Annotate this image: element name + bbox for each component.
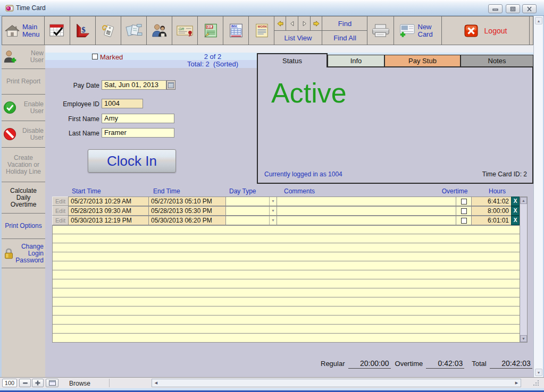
minimize-button[interactable] bbox=[488, 4, 503, 13]
delete-row-button[interactable]: X bbox=[511, 206, 520, 216]
record-position: 2 of 2 bbox=[168, 53, 258, 61]
schedule-calendar-button[interactable] bbox=[45, 16, 70, 45]
scroll-up-icon[interactable]: ▲ bbox=[520, 197, 527, 204]
gift-certificate-button[interactable]: Gift bbox=[172, 16, 198, 45]
scroll-down-icon[interactable]: ▼ bbox=[535, 369, 542, 376]
day-type-dropdown[interactable]: ▼ bbox=[225, 197, 277, 206]
overtime-value: 0:42:03 bbox=[426, 359, 464, 369]
tab-pay-stub[interactable]: Pay Stub bbox=[384, 55, 461, 67]
empty-table-row bbox=[52, 279, 520, 288]
invoice-icon: INV. bbox=[228, 23, 244, 38]
list-view-button[interactable]: List View bbox=[274, 31, 322, 45]
end-time-cell[interactable]: 05/27/2013 05:10 PM bbox=[148, 197, 226, 206]
estimates-button[interactable] bbox=[121, 16, 147, 45]
overtime-checkbox[interactable] bbox=[461, 199, 467, 204]
marked-checkbox[interactable] bbox=[92, 54, 98, 59]
end-time-cell[interactable]: 05/28/2013 05:30 PM bbox=[148, 206, 226, 216]
table-scrollbar[interactable]: ▲ ▼ bbox=[520, 197, 528, 343]
layout-mode-button[interactable] bbox=[46, 379, 58, 387]
scroll-up-icon[interactable]: ▲ bbox=[535, 17, 542, 24]
next-record-button[interactable] bbox=[299, 16, 311, 30]
edit-row-button[interactable]: Edit bbox=[52, 206, 69, 216]
new-card-button[interactable]: New Card bbox=[394, 16, 442, 45]
tab-panel: Status Info Pay Stub Notes Active Curren… bbox=[257, 53, 533, 184]
start-time-cell[interactable]: 05/28/2013 09:30 AM bbox=[68, 206, 149, 216]
start-time-cell[interactable]: 05/30/2013 12:19 PM bbox=[68, 216, 149, 225]
comments-cell[interactable] bbox=[277, 206, 456, 216]
logout-button[interactable]: Logout bbox=[442, 16, 530, 45]
enable-user-button[interactable]: Enable User bbox=[2, 95, 45, 121]
edit-row-button[interactable]: Edit bbox=[52, 216, 69, 225]
invoice-button[interactable]: INV. bbox=[223, 16, 249, 45]
find-label: Find bbox=[338, 20, 351, 28]
print-report-button[interactable]: Print Report bbox=[2, 69, 45, 95]
scroll-down-icon[interactable]: ▼ bbox=[520, 335, 527, 342]
find-button[interactable]: Find bbox=[322, 16, 367, 30]
first-name-field[interactable]: Amy bbox=[102, 114, 174, 123]
dropdown-arrow-icon: ▼ bbox=[269, 197, 277, 206]
customers-button[interactable] bbox=[147, 16, 172, 45]
new-user-button[interactable]: New User bbox=[2, 45, 45, 69]
delete-row-button[interactable]: X bbox=[511, 216, 520, 225]
restore-button[interactable] bbox=[506, 4, 520, 13]
sidebar-filler bbox=[2, 268, 45, 377]
last-record-button[interactable] bbox=[311, 16, 322, 30]
price-tag-button[interactable] bbox=[96, 16, 121, 45]
purchase-order-button[interactable]: P.O.# bbox=[198, 16, 223, 45]
comments-cell[interactable] bbox=[277, 197, 456, 206]
calculate-overtime-label: Calculate Daily Overtime bbox=[3, 188, 44, 208]
delete-row-button[interactable]: X bbox=[511, 197, 520, 206]
calculate-overtime-button[interactable]: Calculate Daily Overtime bbox=[2, 182, 45, 214]
zoom-level-box[interactable]: 100 bbox=[2, 379, 17, 387]
tab-notes[interactable]: Notes bbox=[461, 55, 533, 67]
end-time-cell[interactable]: 05/30/2013 06:20 PM bbox=[148, 216, 226, 225]
zoom-out-button[interactable] bbox=[19, 379, 31, 387]
window-vertical-scrollbar[interactable]: ▲ ▼ bbox=[533, 16, 543, 377]
tab-status[interactable]: Status bbox=[257, 53, 328, 67]
window-horizontal-scrollbar[interactable]: ◀ ▶ bbox=[152, 379, 521, 387]
time-card-id-text: Time Card ID: 2 bbox=[482, 171, 527, 178]
scroll-right-icon[interactable]: ▶ bbox=[513, 379, 520, 387]
create-vacation-button[interactable]: Create Vacation or Holiday Line bbox=[2, 148, 45, 182]
calendar-picker-button[interactable] bbox=[166, 80, 175, 90]
clock-in-button[interactable]: Clock In bbox=[88, 149, 176, 173]
start-time-cell[interactable]: 05/27/2013 10:29 AM bbox=[68, 197, 149, 206]
day-type-dropdown[interactable]: ▼ bbox=[225, 206, 277, 216]
tab-info-label: Info bbox=[350, 57, 362, 65]
total-value: 20:42:03 bbox=[490, 359, 532, 369]
first-record-button[interactable] bbox=[274, 16, 286, 30]
empty-table-row bbox=[52, 225, 520, 234]
print-options-button[interactable]: Print Options bbox=[2, 214, 45, 239]
employee-id-field[interactable]: 1004 bbox=[102, 99, 143, 108]
change-password-button[interactable]: Change Login Password bbox=[2, 239, 45, 268]
find-all-button[interactable]: Find All bbox=[322, 31, 367, 45]
close-button[interactable] bbox=[522, 4, 537, 13]
resize-grip[interactable] bbox=[533, 380, 540, 387]
svg-text:WORK: WORK bbox=[257, 25, 267, 28]
col-header-overtime: Overtime bbox=[435, 188, 474, 195]
main-menu-button[interactable]: Main Menu bbox=[3, 16, 45, 45]
work-order-button[interactable]: WORK bbox=[249, 16, 274, 45]
mode-popup[interactable]: Browse bbox=[69, 380, 90, 387]
empty-table-row bbox=[52, 243, 520, 252]
print-button[interactable] bbox=[367, 16, 394, 45]
sidebar: New User Print Report Enable User Disabl… bbox=[2, 45, 45, 377]
edit-row-button[interactable]: Edit bbox=[52, 197, 69, 206]
print-report-label: Print Report bbox=[3, 78, 44, 85]
comments-cell[interactable] bbox=[277, 216, 456, 225]
sales-chart-button[interactable]: $ bbox=[70, 16, 96, 45]
last-name-field[interactable]: Framer bbox=[102, 128, 174, 138]
overtime-checkbox[interactable] bbox=[461, 208, 467, 214]
day-type-dropdown[interactable]: ▼ bbox=[225, 216, 277, 225]
tab-info[interactable]: Info bbox=[328, 55, 384, 67]
disable-prohibit-icon bbox=[3, 127, 16, 141]
col-header-day-type: Day Type bbox=[229, 188, 256, 195]
overtime-checkbox[interactable] bbox=[461, 218, 467, 224]
scroll-left-icon[interactable]: ◀ bbox=[153, 379, 160, 387]
previous-record-button[interactable] bbox=[287, 16, 298, 30]
total-label: Total bbox=[472, 360, 486, 368]
disable-user-button[interactable]: Disable User bbox=[2, 121, 45, 148]
empty-table-row bbox=[52, 297, 520, 306]
zoom-in-button[interactable] bbox=[32, 379, 44, 387]
pay-date-field[interactable]: Sat, Jun 01, 2013 bbox=[102, 80, 166, 90]
